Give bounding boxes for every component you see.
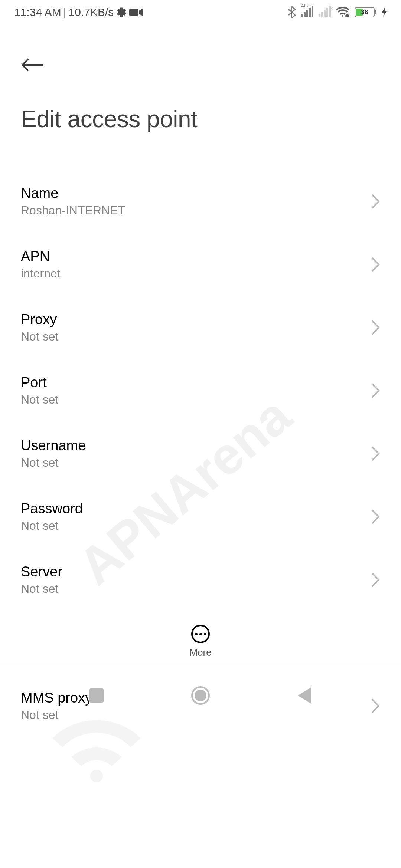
setting-content: APNinternet: [21, 249, 61, 280]
setting-label: Password: [21, 501, 83, 517]
setting-content: ServerNot set: [21, 564, 62, 596]
setting-value: Not set: [21, 456, 86, 470]
back-button[interactable]: [21, 52, 47, 78]
setting-content: ProxyNot set: [21, 312, 58, 343]
bottom-toolbar: More: [0, 619, 401, 664]
setting-value: Not set: [21, 330, 58, 343]
signal-sim2: ✕: [319, 7, 331, 17]
page-title: Edit access point: [21, 105, 380, 133]
home-icon: [191, 686, 210, 705]
setting-item-server[interactable]: ServerNot set: [21, 548, 380, 611]
setting-item-port[interactable]: PortNot set: [21, 359, 380, 422]
setting-label: Username: [21, 438, 86, 454]
bolt-icon: [382, 8, 387, 17]
nav-home-button[interactable]: [189, 684, 212, 707]
setting-label: Server: [21, 564, 62, 580]
setting-content: UsernameNot set: [21, 438, 86, 470]
svg-rect-0: [129, 9, 138, 16]
back-triangle-icon: [298, 687, 311, 704]
chevron-right-icon: [371, 256, 380, 273]
chevron-right-icon: [371, 572, 380, 588]
setting-value: internet: [21, 267, 61, 280]
nav-bar: [0, 668, 401, 723]
more-icon: [191, 625, 210, 643]
setting-item-apn[interactable]: APNinternet: [21, 233, 380, 296]
status-bar: 11:34 AM | 10.7KB/s 4G: [0, 0, 401, 22]
setting-label: APN: [21, 249, 61, 264]
svg-point-1: [345, 14, 349, 17]
nav-recent-button[interactable]: [85, 684, 108, 707]
setting-content: PasswordNot set: [21, 501, 83, 533]
setting-item-username[interactable]: UsernameNot set: [21, 422, 380, 485]
more-button[interactable]: More: [189, 625, 211, 658]
back-arrow-icon: [21, 57, 44, 72]
status-separator: |: [63, 6, 66, 19]
chevron-right-icon: [371, 382, 380, 399]
setting-content: NameRoshan-INTERNET: [21, 185, 125, 217]
setting-value: Roshan-INTERNET: [21, 204, 125, 217]
status-left: 11:34 AM | 10.7KB/s: [14, 6, 143, 19]
chevron-right-icon: [371, 193, 380, 210]
battery-indicator: 38: [355, 7, 376, 17]
setting-item-name[interactable]: NameRoshan-INTERNET: [21, 170, 380, 233]
wifi-icon: [336, 7, 349, 17]
status-data-rate: 10.7KB/s: [69, 6, 114, 19]
setting-value: Not set: [21, 519, 83, 533]
setting-item-proxy[interactable]: ProxyNot set: [21, 296, 380, 359]
video-icon: [129, 8, 143, 17]
setting-value: Not set: [21, 393, 58, 407]
gear-icon: [116, 7, 127, 18]
chevron-right-icon: [371, 509, 380, 525]
bluetooth-icon: [287, 6, 296, 18]
setting-label: Port: [21, 375, 58, 391]
signal-sim1: 4G: [301, 7, 313, 17]
setting-label: Name: [21, 185, 125, 201]
setting-content: PortNot set: [21, 375, 58, 407]
chevron-right-icon: [371, 445, 380, 462]
nav-back-button[interactable]: [293, 684, 316, 707]
status-right: 4G ✕ 38: [287, 6, 387, 18]
setting-item-password[interactable]: PasswordNot set: [21, 485, 380, 548]
header: Edit access point: [0, 22, 401, 133]
status-time: 11:34 AM: [14, 6, 61, 19]
chevron-right-icon: [371, 319, 380, 336]
network-badge: 4G: [301, 3, 308, 9]
more-label: More: [189, 647, 211, 658]
recent-icon: [89, 688, 104, 703]
setting-value: Not set: [21, 582, 62, 596]
setting-label: Proxy: [21, 312, 58, 328]
